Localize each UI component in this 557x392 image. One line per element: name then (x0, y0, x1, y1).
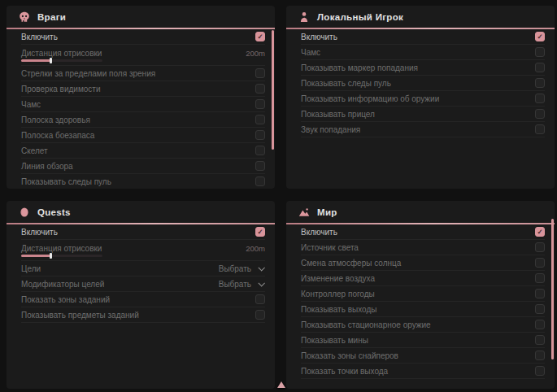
checkbox[interactable] (255, 115, 265, 124)
setting-label: Показать зоны заданий (21, 295, 110, 304)
settings-row: Показать точки выхода (301, 364, 545, 379)
setting-label: Показывать мины (301, 336, 368, 345)
slider-handle[interactable] (50, 58, 52, 63)
setting-label: Показывать следы пуль (21, 177, 111, 186)
settings-row: Показывать стационарное оружие (301, 317, 545, 333)
setting-label: Проверка видимости (21, 85, 101, 94)
setting-label: Включить (301, 228, 337, 237)
checkbox[interactable]: ✓ (255, 227, 265, 237)
checkbox[interactable] (535, 94, 545, 103)
checkbox[interactable] (535, 63, 545, 72)
checkbox[interactable] (535, 335, 545, 345)
slider-fill (21, 59, 51, 62)
scrollbar-thumb[interactable] (551, 219, 554, 359)
chevron-down-icon (258, 280, 264, 286)
settings-row: Чамс (21, 97, 265, 112)
checkbox[interactable] (535, 273, 545, 283)
setting-label: Цели (21, 264, 41, 273)
settings-row: Смена атмосферы солнца (301, 255, 545, 271)
cursor-triangle-icon (277, 381, 285, 388)
panel-title: Мир (317, 207, 337, 217)
setting-label: Линия обзора (21, 162, 73, 171)
skull-icon (18, 11, 30, 23)
checkbox[interactable] (535, 47, 545, 57)
setting-label: Чамс (21, 100, 41, 109)
settings-row: Контроллер погоды (301, 286, 545, 302)
setting-label: Дистанция отрисовки (21, 244, 102, 253)
panel-title: Враги (37, 12, 66, 22)
settings-row: Показывать информацию об оружии (301, 91, 545, 107)
settings-row: Полоска здоровья (21, 112, 265, 128)
checkbox[interactable] (535, 320, 545, 329)
checkbox[interactable] (255, 294, 265, 304)
setting-label: Модификаторы целей (21, 280, 104, 289)
checkbox[interactable] (535, 78, 545, 88)
setting-label: Источник света (301, 243, 359, 252)
settings-row: Полоска боезапаса (21, 128, 265, 143)
checkbox[interactable] (255, 146, 265, 155)
settings-row: Включить✓ (21, 29, 265, 45)
settings-list: Включить✓Дистанция отрисовки200mЦелиВыбр… (7, 224, 275, 389)
setting-label: Дистанция отрисовки (21, 49, 102, 58)
checkbox[interactable] (535, 366, 545, 376)
settings-row: Показывать мины (301, 333, 545, 348)
settings-row: Показывать маркер попадания (301, 60, 545, 76)
setting-label: Включить (21, 33, 58, 41)
panel-title: Quests (37, 207, 71, 217)
scrollbar-thumb[interactable] (272, 30, 274, 150)
checkbox[interactable] (255, 99, 265, 109)
panel-header: Локальный Игрок (286, 6, 555, 28)
checkbox[interactable]: ✓ (255, 32, 265, 41)
checkbox[interactable] (255, 130, 265, 140)
checkbox[interactable] (255, 310, 265, 320)
checkbox[interactable]: ✓ (535, 32, 545, 41)
panel-header: Quests (7, 201, 275, 223)
settings-row: Показывать предметы заданий (21, 307, 265, 323)
checkbox[interactable] (535, 242, 545, 252)
setting-label: Показать зоны снайперов (301, 351, 398, 360)
setting-label: Показывать предметы заданий (21, 311, 139, 320)
checkbox[interactable] (255, 68, 265, 78)
slider-handle[interactable] (50, 253, 52, 259)
slider-track[interactable] (21, 255, 102, 257)
setting-label: Показывать выходы (301, 305, 376, 314)
chevron-down-icon (258, 264, 264, 271)
checkbox[interactable] (255, 176, 265, 186)
checkbox[interactable] (535, 351, 545, 360)
slider-label-row: Дистанция отрисовки200m (21, 244, 265, 253)
settings-row: Показывать выходы (301, 302, 545, 317)
checkbox[interactable] (255, 161, 265, 171)
panel-header: Враги (7, 6, 275, 28)
select-value: Выбрать (219, 280, 251, 289)
settings-list: Включить✓Дистанция отрисовки200mСтрелки … (7, 29, 275, 189)
select-value: Выбрать (219, 264, 251, 273)
slider-value: 200m (246, 244, 265, 253)
panel-local-player: Локальный Игрок Включить✓ЧамсПоказывать … (286, 6, 555, 189)
settings-list: Включить✓Источник светаСмена атмосферы с… (286, 224, 555, 389)
checkbox[interactable] (535, 304, 545, 314)
setting-label: Смена атмосферы солнца (301, 259, 401, 268)
settings-row: Показывать следы пуль (21, 174, 265, 189)
settings-row: Изменение воздуха (301, 271, 545, 286)
slider-track[interactable] (21, 59, 102, 62)
settings-row: Источник света (301, 240, 545, 255)
quest-circle-icon (18, 206, 30, 218)
settings-page: Враги Включить✓Дистанция отрисовки200mСт… (0, 0, 557, 392)
checkbox[interactable] (535, 109, 545, 119)
setting-label: Звук попадания (301, 125, 360, 134)
setting-label: Показать точки выхода (301, 367, 388, 376)
checkbox[interactable] (535, 124, 545, 134)
select-dropdown[interactable]: Выбрать (219, 280, 265, 289)
setting-label: Показывать стационарное оружие (301, 320, 431, 329)
panel-world: Мир Включить✓Источник светаСмена атмосфе… (286, 201, 555, 389)
select-dropdown[interactable]: Выбрать (219, 264, 265, 273)
checkbox[interactable]: ✓ (535, 227, 545, 237)
checkbox[interactable] (255, 84, 265, 94)
settings-row-slider: Дистанция отрисовки200m (21, 45, 265, 66)
checkbox[interactable] (535, 258, 545, 268)
settings-row: ЦелиВыбрать (21, 261, 265, 277)
checkbox[interactable] (535, 289, 545, 298)
mountain-icon (298, 206, 310, 218)
slider-label-row: Дистанция отрисовки200m (21, 49, 265, 58)
settings-row: Включить✓ (301, 29, 545, 45)
